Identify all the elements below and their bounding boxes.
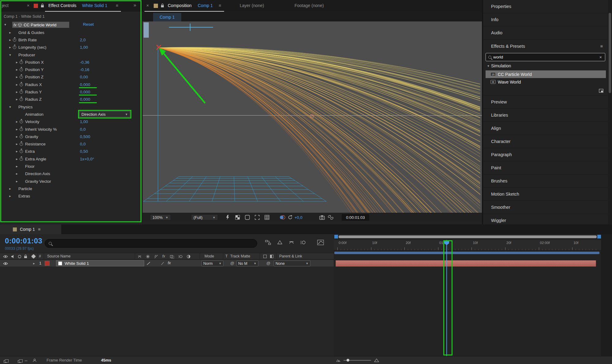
quality-toggle-icon[interactable] bbox=[146, 261, 151, 265]
property-row-velocity[interactable]: ▸Velocity1,00 bbox=[0, 118, 142, 126]
layer-name-cell[interactable]: White Solid 1 bbox=[56, 260, 144, 266]
panel-header-brushes[interactable]: Brushes bbox=[483, 174, 608, 188]
stopwatch-icon[interactable] bbox=[13, 46, 16, 49]
mask-visibility-icon[interactable] bbox=[244, 214, 250, 220]
stopwatch-icon[interactable] bbox=[13, 38, 16, 42]
property-row-radius-z[interactable]: ▸Radius Z0,000 bbox=[0, 96, 142, 103]
property-row-gravity[interactable]: ▸Gravity0,500 bbox=[0, 133, 142, 140]
panel-header-character[interactable]: Character bbox=[483, 135, 608, 148]
snapshot-camera-icon[interactable] bbox=[319, 214, 325, 220]
index-column-label[interactable]: # bbox=[39, 254, 41, 258]
panel-header-motion-sketch[interactable]: Motion Sketch bbox=[483, 188, 608, 201]
tab-overflow-icon[interactable]: » bbox=[133, 2, 136, 8]
expander-icon[interactable]: ▸ bbox=[14, 83, 20, 87]
property-value[interactable]: 1,00 bbox=[80, 45, 88, 50]
property-value[interactable]: -0,36 bbox=[80, 60, 89, 65]
property-value[interactable]: 0,00 bbox=[80, 75, 88, 79]
frame-blend-switch-icon[interactable] bbox=[170, 254, 174, 259]
stopwatch-icon[interactable] bbox=[20, 120, 23, 123]
layer-expander-icon[interactable]: ▸ bbox=[31, 261, 37, 265]
tab-composition[interactable]: Composition bbox=[168, 3, 192, 8]
expander-icon[interactable]: ▸ bbox=[7, 31, 13, 35]
expander-icon[interactable]: ▾ bbox=[7, 105, 13, 109]
grid-guides-icon[interactable] bbox=[264, 214, 270, 220]
time-ruler[interactable]: 0:00f10f20f01:00f10f20f02:00f10f bbox=[334, 240, 601, 250]
shy-icon[interactable] bbox=[288, 240, 295, 245]
parent-link-column[interactable]: Parent & Link bbox=[279, 254, 302, 258]
region-of-interest-icon[interactable] bbox=[254, 214, 260, 220]
expander-icon[interactable]: ▸ bbox=[7, 187, 13, 191]
scroll-cap-left[interactable] bbox=[334, 235, 338, 238]
panel-header-paragraph[interactable]: Paragraph bbox=[483, 148, 608, 161]
reset-exposure-icon[interactable] bbox=[287, 214, 293, 220]
panel-menu-icon[interactable]: ≡ bbox=[116, 3, 118, 8]
property-row-extras[interactable]: ▸Extras bbox=[0, 193, 142, 200]
expander-icon[interactable]: ▸ bbox=[14, 135, 20, 139]
property-row-longevity-sec[interactable]: ▸Longevity (sec)1,00 bbox=[0, 44, 142, 51]
track-matte-column[interactable]: Track Matte bbox=[230, 254, 250, 258]
transfer-controls-toggle-icon[interactable] bbox=[18, 360, 21, 363]
quality-switch-icon[interactable] bbox=[154, 254, 158, 259]
property-row-gravity-vector[interactable]: ▸Gravity Vector bbox=[0, 178, 142, 185]
matte-invert-icon[interactable] bbox=[270, 255, 273, 258]
show-channel-icon[interactable] bbox=[279, 214, 285, 220]
panel-header-libraries[interactable]: Libraries bbox=[483, 109, 608, 122]
property-value[interactable]: 1,00 bbox=[80, 119, 88, 124]
expander-icon[interactable]: ▸ bbox=[14, 120, 20, 124]
panel-header-properties[interactable]: Properties bbox=[483, 0, 608, 13]
animation-dropdown[interactable]: Direction Axis▾ bbox=[79, 111, 130, 117]
effects-presets-header[interactable]: Effects & Presets ≡ bbox=[483, 39, 608, 53]
panel-header-wiggler[interactable]: Wiggler bbox=[483, 214, 608, 224]
expander-icon[interactable]: ▾ bbox=[2, 23, 8, 27]
fx-switch-icon[interactable]: fx bbox=[162, 254, 165, 258]
property-row-particle[interactable]: ▸Particle bbox=[0, 185, 142, 192]
property-row-extra-angle[interactable]: ▸Extra Angle1x+0,0° bbox=[0, 155, 142, 163]
property-value[interactable]: 0,500 bbox=[80, 134, 90, 139]
property-row-inherit-velocity[interactable]: ▸Inherit Velocity %0,0 bbox=[0, 126, 142, 133]
property-row-extra[interactable]: ▸Extra0,50 bbox=[0, 148, 142, 155]
mode-column[interactable]: Mode bbox=[205, 254, 214, 258]
layer-row[interactable]: ▸ 1 White Solid 1 fx Norm▾ @ No M▾ @ bbox=[0, 260, 334, 267]
mini-flowchart-icon[interactable] bbox=[265, 240, 271, 245]
panel-header-align[interactable]: Align bbox=[483, 122, 608, 135]
property-value[interactable]: 1x+0,0° bbox=[80, 157, 94, 161]
zoom-out-icon[interactable] bbox=[336, 359, 340, 362]
track-matte-dropdown[interactable]: No M▾ bbox=[236, 261, 258, 266]
in-out-toggle-icon[interactable]: ↔ bbox=[24, 358, 28, 362]
matte-preserve-icon[interactable] bbox=[263, 255, 267, 258]
property-row-producer[interactable]: ▾Producer bbox=[0, 51, 142, 58]
viewer-timecode[interactable]: 0:00:01:03 bbox=[342, 214, 369, 221]
stopwatch-icon[interactable] bbox=[20, 75, 23, 79]
video-column-icon[interactable] bbox=[3, 255, 8, 258]
expander-icon[interactable]: ▸ bbox=[14, 157, 20, 161]
blend-mode-dropdown[interactable]: Norm▾ bbox=[201, 261, 223, 266]
property-row-radius-x[interactable]: ▸Radius X0,000 bbox=[0, 81, 142, 88]
zoom-dropdown[interactable]: 100%▾ bbox=[150, 214, 171, 220]
matte-pickwhip-icon[interactable]: @ bbox=[230, 261, 234, 265]
property-value[interactable]: 0,000 bbox=[80, 82, 90, 87]
expander-icon[interactable]: ▸ bbox=[14, 68, 20, 72]
reset-button[interactable]: Reset bbox=[83, 22, 94, 27]
panel-header-paint[interactable]: Paint bbox=[483, 161, 608, 174]
property-value[interactable]: 0,0 bbox=[80, 142, 86, 146]
audio-column-icon[interactable] bbox=[11, 255, 15, 258]
scroll-cap-right[interactable] bbox=[597, 235, 601, 238]
effect-name-selection[interactable]: fx CC Particle World bbox=[12, 22, 69, 28]
close-icon[interactable]: × bbox=[146, 3, 149, 8]
timeline-search-box[interactable] bbox=[45, 239, 257, 248]
expander-icon[interactable]: ▸ bbox=[14, 179, 20, 183]
timeline-search-input[interactable] bbox=[54, 241, 237, 246]
exposure-offset-value[interactable]: +0,0 bbox=[295, 215, 302, 220]
zoom-slider-handle[interactable] bbox=[347, 359, 349, 362]
shy-switch-icon[interactable] bbox=[137, 254, 142, 259]
tab-footage-panel[interactable]: Footage (none) bbox=[295, 3, 324, 8]
timeline-track-area[interactable]: 0:00f10f20f01:00f10f20f02:00f10f bbox=[334, 234, 601, 356]
panel-menu-icon[interactable]: ≡ bbox=[38, 227, 40, 232]
property-row-position-y[interactable]: ▸Position Y-0,16 bbox=[0, 66, 142, 73]
layer-label-color[interactable] bbox=[45, 261, 50, 266]
stopwatch-icon[interactable] bbox=[20, 68, 23, 71]
expander-icon[interactable]: ▸ bbox=[7, 38, 13, 42]
expander-icon[interactable]: ▸ bbox=[14, 90, 20, 94]
stopwatch-icon[interactable] bbox=[20, 61, 23, 64]
panel-header-preview[interactable]: Preview bbox=[483, 96, 608, 109]
